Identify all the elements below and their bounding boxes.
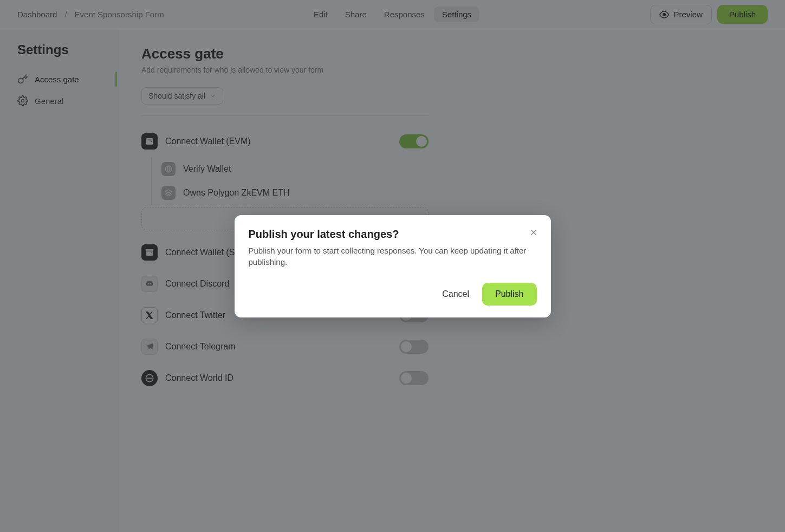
modal-close-button[interactable] bbox=[527, 226, 540, 239]
modal-cancel-button[interactable]: Cancel bbox=[438, 284, 473, 304]
modal-publish-button[interactable]: Publish bbox=[482, 283, 536, 306]
modal-title: Publish your latest changes? bbox=[249, 228, 537, 241]
modal-actions: Cancel Publish bbox=[249, 283, 537, 306]
modal-body: Publish your form to start collecting re… bbox=[249, 245, 537, 268]
publish-modal: Publish your latest changes? Publish you… bbox=[235, 215, 551, 317]
close-icon bbox=[529, 228, 539, 237]
modal-overlay[interactable]: Publish your latest changes? Publish you… bbox=[0, 0, 785, 532]
